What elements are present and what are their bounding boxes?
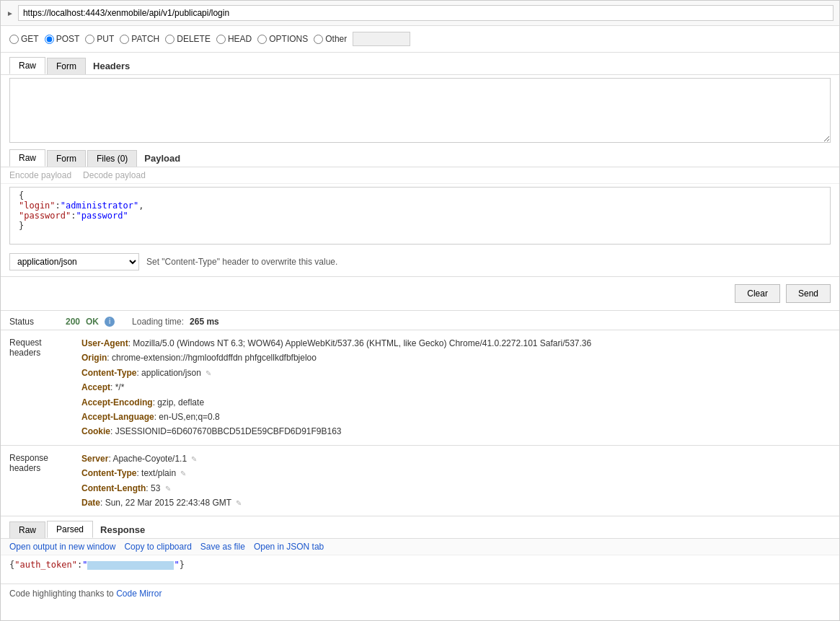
encode-row: Encode payload Decode payload: [1, 167, 839, 184]
response-tab-bar: Raw Parsed Response: [1, 516, 839, 539]
method-options[interactable]: OPTIONS: [257, 34, 308, 44]
req-header-cookie: Cookie: JSESSIONID=6D607670BBCD51DE59CBF…: [81, 424, 831, 439]
response-headers-values: Server: Apache-Coyote/1.1 ✎ Content-Type…: [81, 452, 831, 511]
resp-ct-edit-icon[interactable]: ✎: [180, 467, 187, 475]
resp-header-content-type: Content-Type: text/plain ✎: [81, 466, 831, 480]
content-type-row: application/json application/x-www-form-…: [1, 247, 839, 277]
encode-payload-link[interactable]: Encode payload: [9, 170, 71, 180]
req-header-accept: Accept: */*: [81, 380, 831, 395]
req-header-origin: Origin: chrome-extension://hgmloofddffdn…: [81, 351, 831, 365]
method-patch-radio[interactable]: [120, 35, 129, 44]
method-get-radio[interactable]: [9, 35, 19, 44]
loading-label: Loading time:: [132, 317, 184, 327]
req-header-accept-encoding: Accept-Encoding: gzip, deflate: [81, 395, 831, 410]
response-label: Response: [94, 521, 151, 538]
resp-date-edit-icon[interactable]: ✎: [236, 497, 243, 504]
headers-tab-bar: Raw Form Headers: [1, 53, 839, 75]
headers-raw-tab[interactable]: Raw: [9, 57, 45, 74]
request-headers-section: Requestheaders User-Agent: Mozilla/5.0 (…: [1, 330, 839, 446]
method-options-radio[interactable]: [257, 35, 267, 44]
copy-clipboard-link[interactable]: Copy to clipboard: [124, 542, 191, 552]
open-json-tab-link[interactable]: Open in JSON tab: [254, 542, 324, 552]
method-post[interactable]: POST: [45, 34, 80, 44]
response-headers-section: Responseheaders Server: Apache-Coyote/1.…: [1, 446, 839, 517]
method-other-radio[interactable]: [314, 35, 323, 44]
content-type-select[interactable]: application/json application/x-www-form-…: [9, 253, 139, 270]
req-header-user-agent: User-Agent: Mozilla/5.0 (Windows NT 6.3;…: [81, 336, 831, 351]
req-header-content-type: Content-Type: application/json ✎: [81, 366, 831, 380]
content-type-note: Set "Content-Type" header to overwrite t…: [146, 257, 337, 267]
method-delete-radio[interactable]: [165, 35, 174, 44]
code-mirror-link[interactable]: Code Mirror: [116, 589, 162, 599]
code-mirror-note: Code highlighting thanks to Code Mirror: [1, 584, 839, 603]
method-head[interactable]: HEAD: [216, 34, 252, 44]
req-header-accept-language: Accept-Language: en-US,en;q=0.8: [81, 410, 831, 424]
clear-button[interactable]: Clear: [735, 284, 780, 303]
save-as-file-link[interactable]: Save as file: [200, 542, 245, 552]
open-output-link[interactable]: Open output in new window: [9, 542, 115, 552]
method-get[interactable]: GET: [9, 34, 39, 44]
status-code: 200: [66, 317, 80, 327]
send-button[interactable]: Send: [786, 284, 831, 303]
resp-header-content-length: Content-Length: 53 ✎: [81, 481, 831, 496]
payload-form-tab[interactable]: Form: [47, 150, 86, 167]
loading-value: 265 ms: [190, 317, 219, 327]
method-post-radio[interactable]: [45, 35, 54, 44]
method-other-input[interactable]: [353, 32, 410, 46]
response-raw-tab[interactable]: Raw: [9, 521, 45, 538]
resp-header-server: Server: Apache-Coyote/1.1 ✎: [81, 452, 831, 466]
status-info-icon[interactable]: i: [105, 317, 115, 327]
method-other[interactable]: Other: [314, 34, 347, 44]
request-headers-label: Requestheaders: [9, 336, 81, 439]
url-expand-icon[interactable]: ►: [6, 9, 14, 17]
headers-textarea[interactable]: [9, 78, 831, 143]
status-label: Status: [9, 317, 60, 327]
method-put-radio[interactable]: [85, 35, 94, 44]
req-ct-edit-icon[interactable]: ✎: [205, 367, 213, 374]
method-row: GET POST PUT PATCH DELETE HEAD OPTIONS: [1, 26, 839, 53]
resp-server-edit-icon[interactable]: ✎: [191, 453, 198, 460]
method-patch[interactable]: PATCH: [120, 34, 159, 44]
url-bar: ►: [1, 1, 839, 26]
payload-label: Payload: [138, 150, 186, 167]
resp-header-date: Date: Sun, 22 Mar 2015 22:43:48 GMT ✎: [81, 496, 831, 510]
headers-label: Headers: [87, 58, 136, 74]
payload-raw-tab[interactable]: Raw: [9, 149, 45, 167]
headers-textarea-wrapper: [1, 75, 839, 145]
response-parsed-tab[interactable]: Parsed: [47, 521, 93, 538]
request-headers-values: User-Agent: Mozilla/5.0 (Windows NT 6.3;…: [81, 336, 831, 439]
response-links-row: Open output in new window Copy to clipbo…: [1, 539, 839, 555]
payload-code-area[interactable]: { "login":"administrator", "password":"p…: [9, 187, 831, 245]
response-body: {"auth_token":""}: [1, 555, 839, 584]
payload-files-tab[interactable]: Files (0): [87, 150, 137, 167]
action-row: Clear Send: [1, 277, 839, 311]
payload-tab-bar: Raw Form Files (0) Payload: [1, 145, 839, 167]
method-put[interactable]: PUT: [85, 34, 114, 44]
resp-cl-edit-icon[interactable]: ✎: [165, 483, 172, 490]
decode-payload-link[interactable]: Decode payload: [83, 170, 146, 180]
status-row: Status 200 OK i Loading time: 265 ms: [1, 311, 839, 330]
url-input[interactable]: [18, 5, 834, 21]
status-ok: OK: [86, 317, 99, 327]
headers-form-tab[interactable]: Form: [47, 58, 86, 74]
method-head-radio[interactable]: [216, 35, 226, 44]
response-headers-label: Responseheaders: [9, 452, 81, 511]
method-delete[interactable]: DELETE: [165, 34, 211, 44]
